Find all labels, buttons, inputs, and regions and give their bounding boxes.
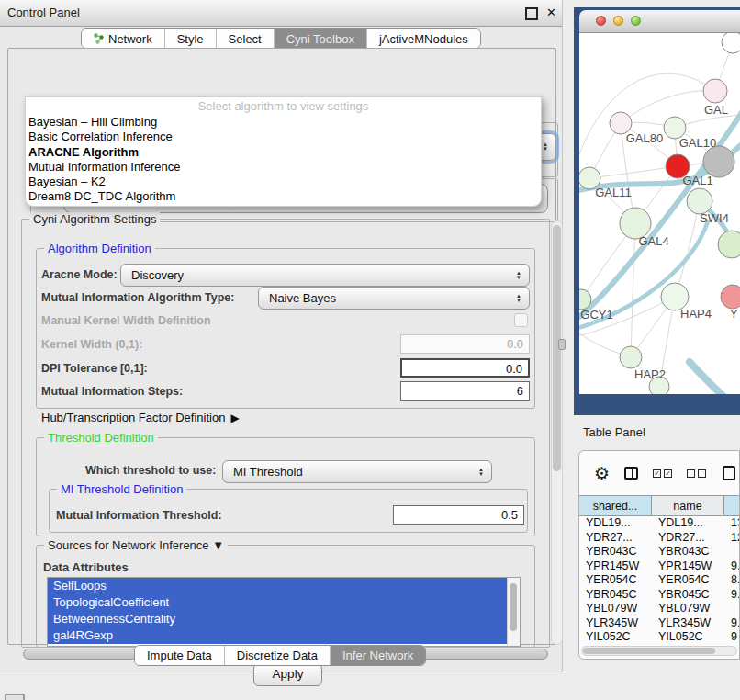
tab-style[interactable]: Style xyxy=(164,29,216,48)
node-label: GCY1 xyxy=(580,308,612,322)
node-label: HAP4 xyxy=(680,307,712,321)
kernel-width-field[interactable]: 0.0 xyxy=(400,334,530,354)
node-gray[interactable] xyxy=(703,146,734,177)
node-label: SWI4 xyxy=(700,211,729,225)
settings-group-title: Cyni Algorithm Settings xyxy=(29,212,160,226)
table-rows: YDL19...YDL19...13YDR27...YDR27...12YBR0… xyxy=(579,516,740,642)
table-panel-title: Table Panel xyxy=(583,425,645,439)
data-attributes-list: SelfLoopsTopologicalCoefficientBetweenne… xyxy=(47,577,521,647)
main-tabs: NetworkStyleSelectCyni ToolboxjActiveMNo… xyxy=(81,28,481,49)
node-label: Y xyxy=(730,307,738,321)
table-row[interactable]: YDR27...YDR27...12 xyxy=(579,531,740,546)
node-label: GAL1 xyxy=(682,174,712,187)
table-toolbar: ⚙ ✓✓ xyxy=(579,451,739,495)
combo-stepper-icon: ▲▼ xyxy=(516,271,521,280)
combo-stepper-icon: ▲▼ xyxy=(478,468,484,477)
algorithm-option[interactable]: Dream8 DC_TDC Algorithm xyxy=(26,189,541,204)
attributes-scrollbar-thumb[interactable] xyxy=(510,583,517,631)
which-threshold-label: Which threshold to use: xyxy=(85,464,216,477)
dpi-tolerance-field[interactable]: 0.0 xyxy=(400,358,530,378)
tab-select[interactable]: Select xyxy=(216,29,274,48)
data-attributes-label: Data Attributes xyxy=(43,560,129,574)
table-row[interactable]: YER054CYER054C8. xyxy=(579,573,740,588)
attribute-item[interactable]: SelfLoops xyxy=(48,578,508,594)
combo-stepper-icon: ▲▼ xyxy=(516,294,521,303)
float-window-icon[interactable] xyxy=(525,7,538,20)
dpi-tolerance-label: DPI Tolerance [0,1]: xyxy=(41,362,148,375)
attribute-item[interactable]: TopologicalCoefficient xyxy=(48,594,508,611)
column-layout-icon[interactable] xyxy=(624,467,638,480)
close-traffic-light-icon[interactable] xyxy=(596,16,606,26)
settings-vertical-scrollbar[interactable] xyxy=(551,220,563,645)
node-white[interactable] xyxy=(722,33,740,53)
column-header-A[interactable]: A xyxy=(724,495,740,516)
tab-network[interactable]: Network xyxy=(82,29,164,48)
node-salmon[interactable] xyxy=(721,285,740,309)
attribute-item[interactable]: gal4RGexp xyxy=(48,627,508,644)
mi-algorithm-type-combo[interactable]: Naive Bayes ▲▼ xyxy=(258,287,530,310)
table-horizontal-scrollbar-thumb[interactable] xyxy=(583,648,715,654)
popup-placeholder: Select algorithm to view settings xyxy=(26,97,541,115)
network-graph[interactable]: GALGAL80GAL10GAL1GAL11SWI4GAL4GCY1HAP4YH… xyxy=(579,33,740,394)
node-label: GAL11 xyxy=(595,186,632,199)
manual-kernel-width-label: Manual Kernel Width Definition xyxy=(41,314,211,327)
table-row[interactable]: YLR345WYLR345W9. xyxy=(579,616,740,631)
network-window-titlebar[interactable] xyxy=(579,10,740,33)
table-row[interactable]: YBL079WYBL079W xyxy=(579,602,740,616)
table-row[interactable]: YPR145WYPR145W9. xyxy=(579,559,740,574)
apply-button[interactable]: Apply xyxy=(253,663,322,686)
network-canvas[interactable]: GALGAL80GAL10GAL1GAL11SWI4GAL4GCY1HAP4YH… xyxy=(579,33,740,394)
node-right-green[interactable] xyxy=(718,231,740,258)
network-edge xyxy=(690,362,740,394)
algorithm-option[interactable]: ARACNE Algorithm xyxy=(26,145,541,160)
control-panel-title: Control Panel xyxy=(7,0,80,26)
algorithm-option[interactable]: Bayesian – K2 xyxy=(26,175,541,189)
which-threshold-combo[interactable]: MI Threshold ▲▼ xyxy=(222,460,492,483)
column-header-shared[interactable]: shared... xyxy=(579,495,652,516)
mi-steps-label: Mutual Information Steps: xyxy=(41,385,183,398)
node-label: GAL xyxy=(704,103,728,117)
manual-kernel-width-checkbox[interactable] xyxy=(514,313,528,327)
network-edge xyxy=(621,91,715,123)
node-table: shared...nameA YDL19...YDL19...13YDR27..… xyxy=(579,495,740,642)
panel-splitter-handle[interactable] xyxy=(558,339,566,350)
algorithm-option[interactable]: Basic Correlation Inference xyxy=(26,130,541,144)
algorithm-option[interactable]: Mutual Information Inference xyxy=(26,160,541,175)
table-row[interactable]: YBR045CYBR045C9. xyxy=(579,588,740,603)
tab-cyni-toolbox[interactable]: Cyni Toolbox xyxy=(274,29,366,48)
tab-jactivemnodules[interactable]: jActiveMNodules xyxy=(366,29,480,48)
minimized-panel-icon[interactable] xyxy=(5,694,25,700)
node-pink-top[interactable] xyxy=(703,79,727,103)
aracne-mode-combo[interactable]: Discovery ▲▼ xyxy=(120,264,530,287)
attributes-scrollbar[interactable] xyxy=(507,578,520,646)
export-table-icon[interactable] xyxy=(723,466,735,480)
minimize-traffic-light-icon[interactable] xyxy=(613,16,623,26)
popup-item-list: Bayesian – Hill ClimbingBasic Correlatio… xyxy=(26,115,541,205)
hub-definition-expander[interactable]: Hub/Transcription Factor Definition▶ xyxy=(41,411,240,424)
table-horizontal-scrollbar[interactable] xyxy=(581,646,737,656)
table-row[interactable]: YBR043CYBR043C xyxy=(579,545,740,559)
tab-infer-network[interactable]: Infer Network xyxy=(330,646,425,665)
kernel-width-label: Kernel Width (0,1): xyxy=(41,338,142,351)
close-window-icon[interactable]: ✕ xyxy=(546,6,556,19)
tab-discretize-data[interactable]: Discretize Data xyxy=(224,646,330,665)
table-row[interactable]: YDL19...YDL19...13 xyxy=(579,516,740,531)
attribute-item[interactable]: BetweennessCentrality xyxy=(48,611,508,627)
network-edge xyxy=(589,166,678,178)
mi-steps-field[interactable]: 6 xyxy=(400,381,530,401)
zoom-traffic-light-icon[interactable] xyxy=(631,16,641,26)
aracne-mode-label: Aracne Mode: xyxy=(41,268,118,281)
node-label: GAL4 xyxy=(638,234,668,248)
mi-threshold-field[interactable]: 0.5 xyxy=(393,505,524,525)
node-swi4[interactable] xyxy=(687,188,712,214)
hide-columns-icon[interactable] xyxy=(687,469,706,478)
table-settings-gear-icon[interactable]: ⚙ xyxy=(594,463,610,484)
network-view-window: GALGAL80GAL10GAL1GAL11SWI4GAL4GCY1HAP4YH… xyxy=(574,7,740,415)
tab-impute-data[interactable]: Impute Data xyxy=(135,646,224,665)
show-columns-icon[interactable]: ✓✓ xyxy=(653,469,672,478)
column-header-name[interactable]: name xyxy=(652,495,724,516)
node-hap2[interactable] xyxy=(620,346,642,368)
algorithm-selector-popup: Select algorithm to view settings Bayesi… xyxy=(25,96,542,207)
algorithm-option[interactable]: Bayesian – Hill Climbing xyxy=(26,115,541,130)
table-row[interactable]: YIL052CYIL052C9 xyxy=(579,630,740,642)
